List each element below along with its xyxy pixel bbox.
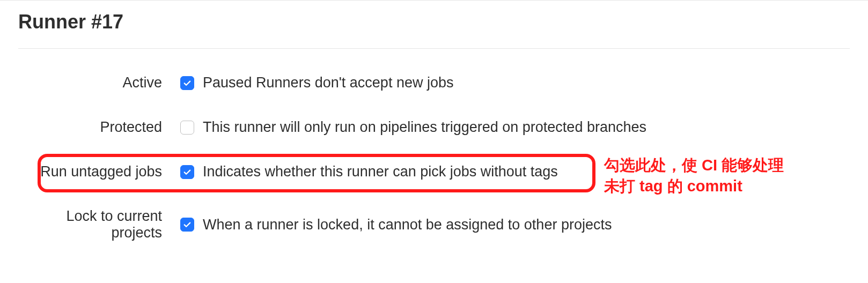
annotation-text: 勾选此处，使 CI 能够处理 未打 tag 的 commit: [604, 155, 784, 197]
row-lock: Lock to current projects When a runner i…: [18, 208, 850, 241]
desc-active: Paused Runners don't accept new jobs: [203, 75, 453, 91]
desc-untagged: Indicates whether this runner can pick j…: [203, 163, 558, 180]
label-untagged: Run untagged jobs: [18, 163, 180, 180]
label-active: Active: [18, 75, 180, 91]
desc-protected: This runner will only run on pipelines t…: [203, 119, 646, 136]
checkbox-active[interactable]: [180, 76, 194, 90]
checkbox-lock[interactable]: [180, 218, 194, 232]
row-active: Active Paused Runners don't accept new j…: [18, 75, 850, 91]
checkbox-untagged[interactable]: [180, 165, 194, 179]
desc-lock: When a runner is locked, it cannot be as…: [203, 217, 612, 233]
check-icon: [182, 220, 192, 229]
row-untagged: Run untagged jobs Indicates whether this…: [18, 163, 850, 180]
checkbox-protected[interactable]: [180, 121, 194, 135]
label-lock: Lock to current projects: [18, 208, 180, 241]
check-icon: [182, 78, 192, 88]
page-title: Runner #17: [0, 1, 868, 48]
row-protected: Protected This runner will only run on p…: [18, 119, 850, 136]
check-icon: [182, 167, 192, 177]
label-protected: Protected: [18, 119, 180, 136]
runner-settings-form: Active Paused Runners don't accept new j…: [0, 49, 868, 241]
